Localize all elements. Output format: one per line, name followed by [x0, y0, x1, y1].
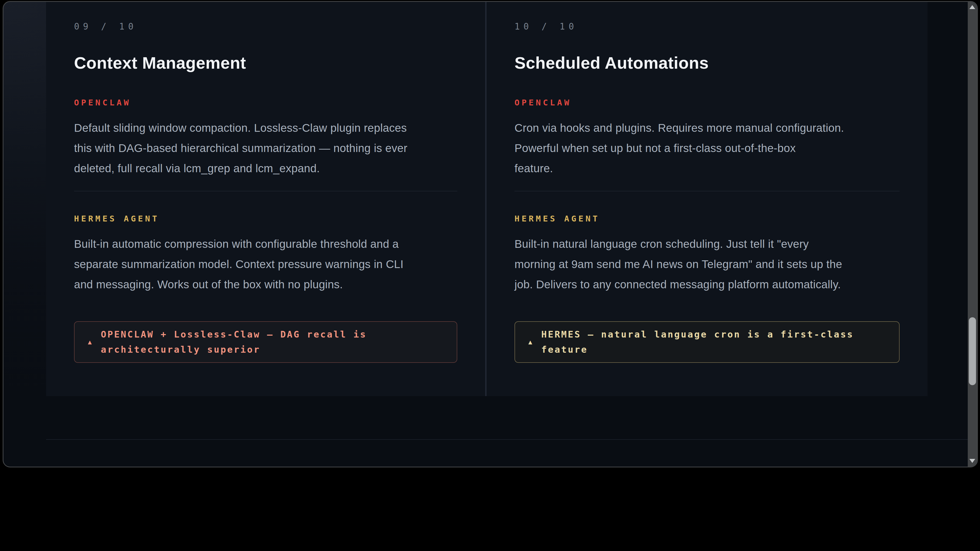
comparison-grid: 09 / 10 Context Management OPENCLAW Defa… — [46, 2, 928, 396]
comparison-card-scheduled-automations: 10 / 10 Scheduled Automations OPENCLAW C… — [487, 2, 928, 396]
hermes-description: Built-in automatic compression with conf… — [74, 234, 457, 295]
next-section-divider — [46, 439, 968, 440]
openclaw-description: Default sliding window compaction. Lossl… — [74, 118, 457, 179]
verdict-text: HERMES — natural language cron is a firs… — [541, 327, 854, 357]
hermes-label: HERMES AGENT — [514, 213, 900, 224]
openclaw-label: OPENCLAW — [514, 97, 900, 108]
section-title: Scheduled Automations — [514, 52, 900, 73]
section-index: 10 / 10 — [514, 21, 900, 32]
openclaw-label: OPENCLAW — [74, 97, 457, 108]
scroll-up-arrow-icon[interactable] — [969, 5, 975, 9]
vertical-scrollbar[interactable] — [968, 2, 977, 467]
verdict-box: ▲ OPENCLAW + Lossless-Claw — DAG recall … — [74, 321, 457, 363]
browser-window: 09 / 10 Context Management OPENCLAW Defa… — [3, 1, 978, 467]
scrollbar-thumb[interactable] — [969, 317, 976, 385]
winner-triangle-icon: ▲ — [88, 338, 92, 346]
scroll-down-arrow-icon[interactable] — [969, 459, 975, 463]
comparison-card-context-management: 09 / 10 Context Management OPENCLAW Defa… — [46, 2, 485, 396]
card-divider — [514, 191, 900, 191]
verdict-box: ▲ HERMES — natural language cron is a fi… — [514, 321, 900, 363]
card-divider — [74, 191, 457, 191]
openclaw-description: Cron via hooks and plugins. Requires mor… — [514, 118, 900, 179]
hermes-label: HERMES AGENT — [74, 213, 457, 224]
winner-triangle-icon: ▲ — [528, 338, 532, 346]
section-index: 09 / 10 — [74, 21, 457, 32]
section-title: Context Management — [74, 52, 457, 73]
verdict-text: OPENCLAW + Lossless-Claw — DAG recall is… — [101, 327, 367, 357]
hermes-description: Built-in natural language cron schedulin… — [514, 234, 900, 295]
